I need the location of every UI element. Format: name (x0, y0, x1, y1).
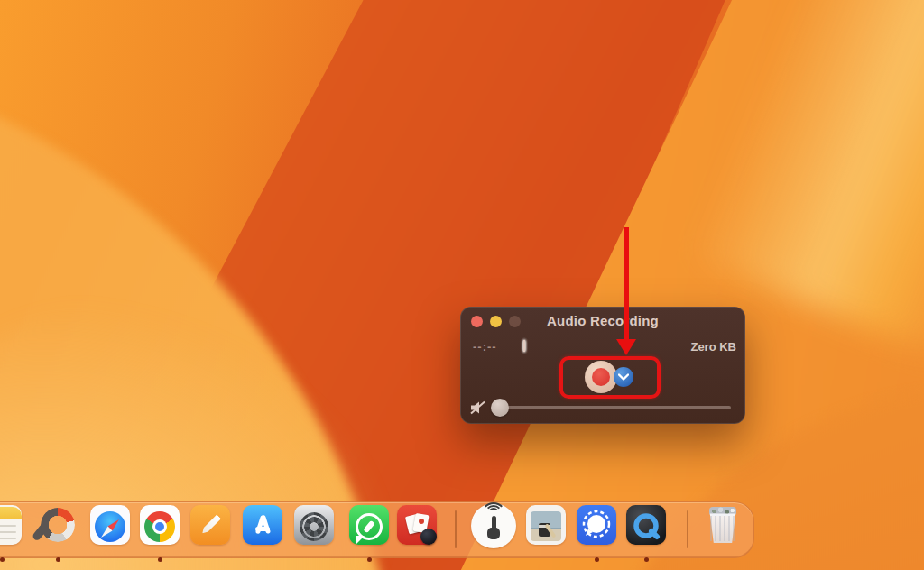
muted-speaker-icon[interactable] (469, 400, 487, 415)
quicktime-icon (626, 505, 666, 545)
close-button[interactable] (471, 316, 483, 327)
safari-icon (90, 505, 130, 545)
dock-item-system-settings[interactable] (294, 503, 334, 563)
trash-full-icon (703, 503, 743, 547)
dock-item-image-preview[interactable] (526, 503, 566, 563)
dock-item-whatsapp[interactable] (349, 503, 389, 563)
dock-item-pages[interactable] (190, 503, 230, 563)
volume-slider-track[interactable] (502, 406, 731, 409)
desktop: Audio Recording --:-- Zero KB (0, 0, 924, 570)
recording-timer: --:-- (473, 340, 497, 354)
app-store-icon (243, 505, 282, 545)
running-indicator (644, 557, 649, 562)
whatsapp-icon (349, 505, 389, 545)
dock-divider (455, 510, 457, 548)
running-indicator (367, 557, 372, 562)
chrome-icon (140, 505, 180, 545)
level-meter (523, 340, 677, 352)
dock-item-quicktime[interactable] (626, 503, 666, 563)
dock-item-app-store[interactable] (243, 503, 282, 563)
photo-slides-red-app-icon (397, 505, 437, 545)
running-indicator (0, 557, 5, 562)
running-indicator (595, 557, 599, 562)
dock-item-notes[interactable] (0, 503, 22, 563)
dock-item-signal[interactable] (577, 503, 616, 563)
dock-item-trash[interactable] (703, 503, 743, 563)
window-title[interactable]: Audio Recording (460, 313, 745, 328)
dock-item-safari[interactable] (90, 503, 130, 563)
annotation-highlight-box (559, 356, 661, 399)
dock-item-photo-slides-app[interactable] (397, 503, 437, 563)
pages-icon (190, 505, 230, 545)
minimize-button[interactable] (490, 316, 502, 327)
meter-bar (523, 340, 525, 352)
running-indicator (158, 557, 162, 562)
volume-slider-knob[interactable] (491, 399, 509, 417)
dock-item-gesture-app[interactable] (471, 503, 518, 563)
audio-recording-window: Audio Recording --:-- Zero KB (460, 307, 745, 424)
annotation-arrow-head (616, 339, 636, 355)
gesture-app-icon (471, 503, 516, 548)
notes-app-icon (0, 505, 22, 545)
dock-divider (687, 510, 688, 548)
file-size-label: Zero KB (673, 340, 736, 354)
zoom-button-disabled (509, 316, 521, 327)
annotation-arrow-shaft (624, 227, 629, 341)
running-indicator (56, 557, 60, 562)
system-settings-icon (294, 505, 334, 545)
dock-item-chrome[interactable] (140, 503, 180, 563)
image-preview-file-icon (526, 505, 566, 545)
dock-item-donut-chart-app[interactable] (38, 503, 78, 563)
signal-icon (577, 505, 616, 545)
